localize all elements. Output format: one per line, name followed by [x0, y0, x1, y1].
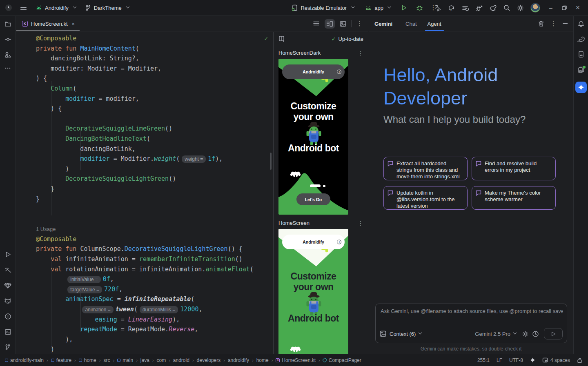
code-line: 1 Usage — [36, 224, 254, 234]
settings-gear-icon[interactable] — [517, 4, 524, 12]
project-tool-icon[interactable] — [4, 20, 11, 27]
breadcrumb-item[interactable]: KHomeScreen.kt — [276, 357, 316, 363]
hero-line-1: Hello, Android — [383, 63, 498, 87]
lock-icon[interactable] — [577, 357, 582, 363]
breadcrumb-item[interactable]: androidify-main — [5, 357, 44, 363]
hide-panel-icon[interactable] — [563, 23, 568, 24]
preview-phone-homescreendark[interactable]: Androidify i Customize your own Android … — [278, 59, 348, 215]
breadcrumb-item[interactable]: feature — [51, 357, 71, 363]
suggestion-card[interactable]: Extract all hardcoded strings from this … — [383, 157, 468, 180]
breadcrumb-item[interactable]: com — [157, 357, 166, 363]
window-maximize-button[interactable] — [561, 5, 567, 11]
device-selector[interactable]: Resizable Emulator — [288, 2, 357, 13]
breadcrumb-item[interactable]: developers — [197, 357, 221, 363]
suggestion-card[interactable]: Make my Theme's color scheme warmer — [472, 186, 556, 210]
project-selector[interactable]: Androidify — [32, 3, 79, 13]
send-prompt-button[interactable] — [544, 328, 563, 339]
gradle-tool-icon[interactable] — [577, 36, 585, 42]
editor-tab-homescreen[interactable]: K HomeScreen.kt × — [16, 16, 80, 31]
breadcrumb-label: home — [84, 357, 96, 363]
prompt-history-icon[interactable] — [532, 331, 539, 337]
breadcrumb-item[interactable]: home — [256, 357, 269, 363]
breadcrumb-label: src — [103, 357, 110, 363]
breadcrumb-item[interactable]: android — [173, 357, 189, 363]
vcs-branch-selector[interactable]: DarkTheme — [82, 3, 132, 13]
attach-image-icon[interactable] — [380, 331, 386, 337]
gemini-tool-button-active[interactable] — [575, 82, 587, 93]
breadcrumb-item[interactable]: java — [140, 357, 149, 363]
tab-agent[interactable]: Agent — [425, 16, 444, 31]
breadcrumb-item[interactable]: home — [79, 357, 96, 363]
breadcrumb-item[interactable]: CompactPager — [323, 357, 361, 363]
window-minimize-button[interactable]: – — [546, 4, 555, 11]
running-devices-tool-icon[interactable] — [577, 51, 585, 58]
editor-split-view-icon[interactable] — [325, 19, 335, 29]
context-selector[interactable]: Context (6) — [390, 331, 416, 337]
window-close-button[interactable]: × — [573, 4, 582, 12]
trash-icon[interactable] — [538, 20, 544, 27]
gemini-prompt-input[interactable]: Ask Gemini, use @filename to attach sour… — [375, 304, 567, 343]
profiler-icon[interactable] — [489, 4, 497, 12]
device-manager-tool-icon[interactable] — [577, 66, 585, 73]
code-line: val infiniteAnimation = rememberInfinite… — [36, 254, 254, 264]
caret-position[interactable]: 255:1 — [477, 357, 490, 363]
breadcrumb-item[interactable]: src — [103, 357, 110, 363]
more-tool-windows-icon[interactable] — [4, 67, 11, 69]
model-selector[interactable]: Gemini 2.5 Pro — [475, 331, 510, 337]
notifications-bell-icon[interactable] — [577, 20, 585, 28]
breadcrumb-separator: › — [169, 358, 170, 363]
suggestion-card[interactable]: Update kotlin in @libs.version.toml to t… — [383, 186, 468, 210]
resource-manager-tool-icon[interactable] — [4, 51, 11, 58]
gemini-status-spark-icon[interactable] — [530, 357, 535, 363]
terminal-tool-icon[interactable] — [4, 328, 11, 335]
chat-bubble-icon — [388, 161, 393, 166]
breadcrumb-label: developers — [197, 357, 221, 363]
search-everywhere-icon[interactable] — [503, 4, 510, 11]
run-configuration-selector[interactable]: app — [361, 3, 394, 13]
run-tool-icon[interactable] — [4, 251, 11, 258]
module-icon — [79, 359, 82, 362]
version-control-tool-icon[interactable] — [4, 344, 11, 350]
preview-item-label-dark: HomeScreenDark ⋮ — [274, 46, 368, 59]
suggestion-card[interactable]: Find and resolve build errors in my proj… — [472, 157, 556, 180]
breadcrumb-item[interactable]: main — [117, 357, 133, 363]
rerun-tasks-icon[interactable] — [461, 4, 469, 12]
preview-options-kebab-icon[interactable]: ⋮ — [358, 221, 363, 225]
check-icon: ✓ — [332, 36, 336, 42]
editor-options-kebab-icon[interactable]: ⋮ — [356, 22, 363, 26]
problems-tool-icon[interactable] — [4, 313, 11, 320]
breadcrumb-item[interactable]: androidify — [228, 357, 249, 363]
logcat-tool-icon[interactable] — [4, 297, 12, 304]
preview-layout-grid-icon[interactable] — [278, 35, 285, 42]
suggestion-text: Update kotlin in @libs.version.toml to t… — [396, 190, 463, 206]
code-editor[interactable]: @Composableprivate fun MainHomeContent( … — [16, 32, 273, 354]
run-button[interactable] — [401, 4, 408, 11]
indent-setting[interactable]: 4 spaces — [550, 357, 570, 363]
preview-phone-homescreen[interactable]: Androidify i Customize your own Android … — [278, 229, 348, 354]
gemini-spark-icon — [578, 84, 584, 91]
apply-changes-icon[interactable]: A — [448, 4, 455, 12]
code-line: animationSpec = infiniteRepeatable( — [36, 294, 254, 304]
editor-code-view-icon[interactable] — [313, 21, 320, 27]
run-more-options-button[interactable]: ⋮ — [430, 6, 437, 10]
gemini-options-kebab-icon[interactable]: ⋮ — [550, 22, 557, 26]
prompt-settings-gear-icon[interactable] — [522, 331, 529, 337]
tab-chat[interactable]: Chat — [403, 16, 419, 31]
line-separator[interactable]: LF — [497, 357, 502, 363]
phone-headline-1: Customize — [278, 101, 348, 111]
code-content: @Composableprivate fun MainHomeContent( … — [36, 33, 254, 354]
attach-debugger-icon[interactable] — [475, 4, 483, 12]
commit-tool-icon[interactable] — [4, 36, 11, 43]
inspections-ok-icon[interactable]: ✓ — [264, 35, 269, 42]
file-encoding[interactable]: UTF-8 — [509, 357, 523, 363]
editor-scrollbar[interactable] — [270, 153, 272, 170]
app-quality-insights-tool-icon[interactable] — [4, 282, 11, 289]
run-config-name: app — [374, 5, 383, 11]
preview-options-kebab-icon[interactable]: ⋮ — [358, 51, 363, 55]
debug-button[interactable] — [416, 4, 423, 11]
main-menu-button[interactable] — [17, 2, 30, 13]
tab-close-icon[interactable]: × — [72, 21, 75, 27]
editor-design-view-icon[interactable] — [340, 21, 346, 27]
user-avatar[interactable] — [530, 3, 540, 13]
build-tool-icon[interactable] — [4, 266, 11, 274]
